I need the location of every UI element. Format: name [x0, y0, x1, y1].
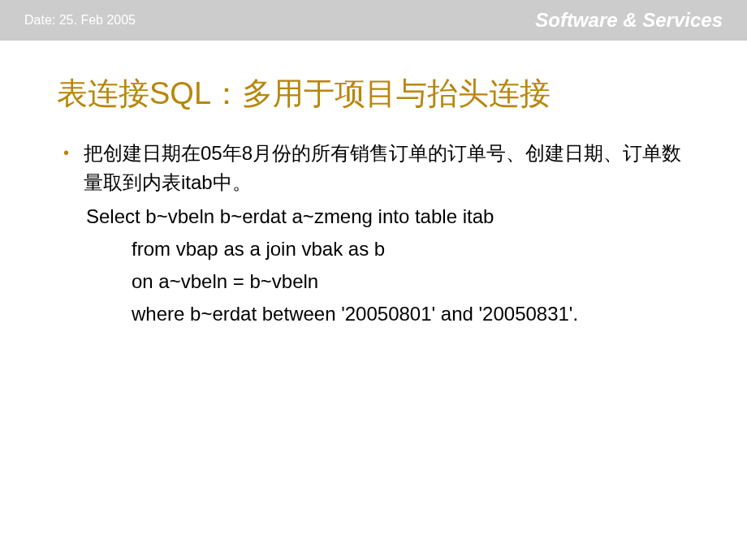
bullet-text: 把创建日期在05年8月份的所有销售订单的订单号、创建日期、订单数量取到内表ita… — [84, 139, 690, 197]
code-line-4: where b~erdat between '20050801' and '20… — [86, 298, 690, 330]
bullet-item: • 把创建日期在05年8月份的所有销售订单的订单号、创建日期、订单数量取到内表i… — [57, 139, 690, 197]
code-line-2: from vbap as a join vbak as b — [86, 233, 690, 265]
code-line-1: Select b~vbeln b~erdat a~zmeng into tabl… — [86, 200, 690, 233]
header-bar: Date: 25. Feb 2005 Software & Services — [0, 0, 747, 41]
header-date: Date: 25. Feb 2005 — [24, 13, 136, 28]
slide-content: 表连接SQL：多用于项目与抬头连接 • 把创建日期在05年8月份的所有销售订单的… — [0, 41, 747, 330]
header-brand: Software & Services — [535, 9, 723, 32]
code-block: Select b~vbeln b~erdat a~zmeng into tabl… — [86, 200, 690, 330]
slide-title: 表连接SQL：多用于项目与抬头连接 — [57, 73, 690, 114]
code-line-3: on a~vbeln = b~vbeln — [86, 265, 690, 298]
bullet-icon: • — [63, 139, 69, 166]
